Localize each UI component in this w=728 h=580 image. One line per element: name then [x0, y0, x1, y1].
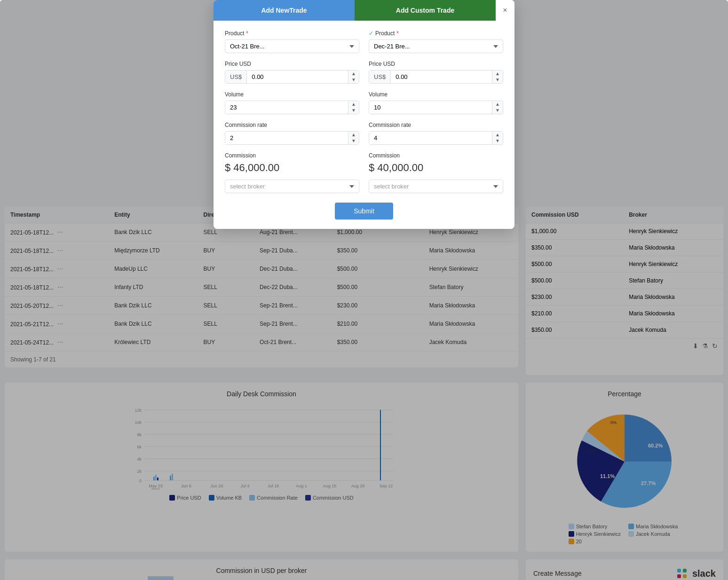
- right-rate-spinner: ▲ ▼: [492, 132, 503, 144]
- right-product-select[interactable]: Dec-21 Bre...: [369, 39, 503, 53]
- product-row: Product * Oct-21 Bre... ✓ Product *: [225, 30, 503, 53]
- right-price-col: Price USD US$ ▲ ▼: [369, 61, 503, 84]
- left-price-down[interactable]: ▼: [348, 77, 359, 84]
- volume-row: Volume ▲ ▼ Volume ▲: [225, 91, 503, 114]
- right-product-col: ✓ Product * Dec-21 Bre...: [369, 30, 503, 53]
- modal-header: Add NewTrade Add Custom Trade ×: [214, 0, 514, 21]
- left-volume-label: Volume: [225, 91, 359, 98]
- right-commission-rate-label: Commission rate: [369, 122, 503, 128]
- right-commission-label: Commission: [369, 152, 503, 159]
- left-rate-down[interactable]: ▼: [348, 138, 359, 145]
- left-volume-wrapper: ▲ ▼: [225, 101, 359, 114]
- left-price-col: Price USD US$ ▲ ▼: [225, 61, 359, 84]
- left-volume-input[interactable]: [225, 101, 348, 114]
- commission-display-row: Commission $ 46,000.00 select broker Com…: [225, 152, 503, 193]
- left-product-select[interactable]: Oct-21 Bre...: [225, 39, 359, 53]
- right-commission-col: Commission $ 40,000.00 select broker: [369, 152, 503, 193]
- right-rate-up[interactable]: ▲: [492, 132, 503, 138]
- right-price-up[interactable]: ▲: [492, 71, 503, 77]
- right-price-spinner: ▲ ▼: [492, 71, 503, 83]
- right-price-input-wrapper: US$ ▲ ▼: [369, 70, 503, 84]
- right-volume-spinner: ▲ ▼: [492, 101, 503, 114]
- right-broker-select[interactable]: select broker: [369, 180, 503, 193]
- add-new-trade-tab[interactable]: Add NewTrade: [214, 0, 355, 21]
- right-volume-col: Volume ▲ ▼: [369, 91, 503, 114]
- right-price-down[interactable]: ▼: [492, 77, 503, 84]
- left-volume-down[interactable]: ▼: [348, 108, 359, 114]
- left-commission-label: Commission: [225, 152, 359, 159]
- right-volume-input[interactable]: [369, 101, 492, 114]
- left-volume-up[interactable]: ▲: [348, 101, 359, 108]
- modal-close-button[interactable]: ×: [496, 0, 514, 21]
- left-volume-spinner: ▲ ▼: [348, 101, 359, 114]
- left-commission-col: Commission $ 46,000.00 select broker: [225, 152, 359, 193]
- left-rate-spinner: ▲ ▼: [348, 132, 359, 144]
- right-rate-input[interactable]: [369, 132, 492, 144]
- right-product-label: ✓ Product *: [369, 30, 503, 37]
- left-currency-label: US$: [225, 71, 247, 83]
- right-volume-down[interactable]: ▼: [492, 108, 503, 114]
- left-commission-rate-label: Commission rate: [225, 122, 359, 128]
- left-price-up[interactable]: ▲: [348, 71, 359, 77]
- right-commission-rate-col: Commission rate ▲ ▼: [369, 122, 503, 145]
- right-currency-label: US$: [369, 71, 391, 83]
- left-rate-up[interactable]: ▲: [348, 132, 359, 138]
- left-price-spinner: ▲ ▼: [348, 71, 359, 83]
- left-product-col: Product * Oct-21 Bre...: [225, 30, 359, 53]
- left-product-label: Product *: [225, 30, 359, 37]
- submit-button[interactable]: Submit: [335, 203, 393, 219]
- price-row: Price USD US$ ▲ ▼ Price USD US$: [225, 61, 503, 84]
- left-price-input[interactable]: [247, 71, 348, 83]
- add-trade-modal: Add NewTrade Add Custom Trade × Product …: [214, 0, 514, 229]
- left-rate-wrapper: ▲ ▼: [225, 131, 359, 145]
- left-price-label: Price USD: [225, 61, 359, 67]
- right-volume-wrapper: ▲ ▼: [369, 101, 503, 114]
- right-commission-display: $ 40,000.00: [369, 162, 503, 174]
- left-broker-select[interactable]: select broker: [225, 180, 359, 193]
- right-rate-wrapper: ▲ ▼: [369, 131, 503, 145]
- left-rate-input[interactable]: [225, 132, 348, 144]
- left-commission-display: $ 46,000.00: [225, 162, 359, 174]
- left-price-input-wrapper: US$ ▲ ▼: [225, 70, 359, 84]
- commission-rate-row: Commission rate ▲ ▼ Commission rate: [225, 122, 503, 145]
- right-price-label: Price USD: [369, 61, 503, 67]
- left-commission-rate-col: Commission rate ▲ ▼: [225, 122, 359, 145]
- left-volume-col: Volume ▲ ▼: [225, 91, 359, 114]
- right-rate-down[interactable]: ▼: [492, 138, 503, 145]
- add-custom-trade-tab[interactable]: Add Custom Trade: [355, 0, 496, 21]
- right-price-input[interactable]: [391, 71, 492, 83]
- modal-body: Product * Oct-21 Bre... ✓ Product *: [214, 21, 514, 229]
- right-volume-label: Volume: [369, 91, 503, 98]
- right-volume-up[interactable]: ▲: [492, 101, 503, 108]
